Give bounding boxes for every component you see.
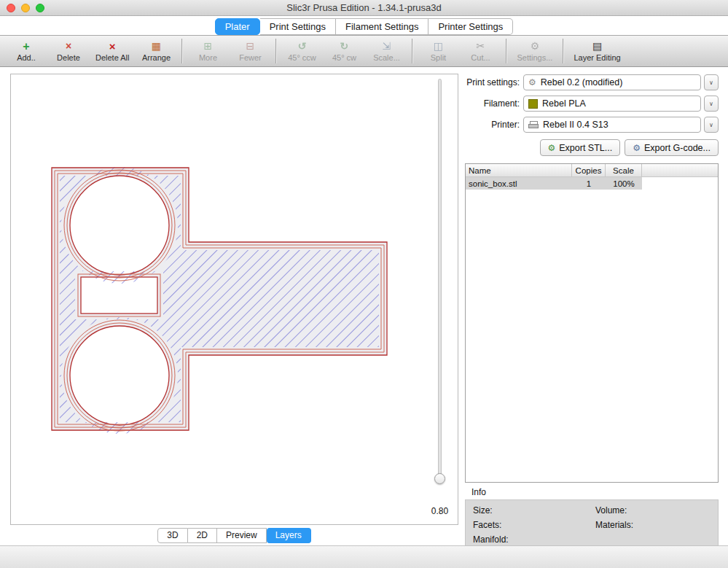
scale-icon: ⇲ — [383, 41, 391, 52]
object-list[interactable]: Name Copies Scale sonic_box.stl 1 100% — [465, 163, 719, 483]
printer-icon — [528, 121, 539, 129]
main-tab-group: Plater Print Settings Filament Settings … — [215, 18, 514, 35]
chevron-down-icon: ∨ — [709, 122, 713, 128]
export-gcode-icon: ⚙ — [633, 144, 641, 152]
tab-filament-settings[interactable]: Filament Settings — [336, 18, 428, 35]
layer-slice-preview — [11, 74, 458, 524]
app-window: Slic3r Prusa Edition - 1.34.1-prusa3d Pl… — [0, 0, 728, 568]
info-box: Size: Volume: Facets: Materials: Manifol… — [465, 499, 719, 548]
printer-row: Printer: Rebel II 0.4 S13 ∨ — [465, 117, 719, 133]
printer-value: Rebel II 0.4 S13 — [543, 120, 608, 130]
print-settings-dropdown-button[interactable]: ∨ — [704, 74, 719, 90]
print-settings-value: Rebel 0.2 (modified) — [541, 77, 623, 87]
filament-value: Rebel PLA — [542, 98, 586, 109]
layer-slider-value: 0.80 — [423, 506, 456, 516]
rotate-cw-button[interactable]: ↻ 45° cw — [324, 37, 364, 65]
view-tabs: 3D 2D Preview Layers — [10, 528, 458, 543]
fewer-copies-button[interactable]: ⊟ Fewer — [230, 37, 270, 65]
zoom-window-button[interactable] — [36, 4, 44, 12]
print-settings-select[interactable]: ⚙ Rebel 0.2 (modified) — [523, 74, 701, 90]
rotate-cw-icon: ↻ — [340, 41, 349, 52]
layer-slider[interactable] — [438, 79, 442, 478]
arrange-icon: ▦ — [152, 41, 161, 52]
chevron-down-icon: ∨ — [709, 101, 713, 107]
size-label: Size: — [473, 505, 595, 520]
object-list-header: Name Copies Scale — [466, 164, 718, 177]
traffic-lights — [7, 4, 44, 12]
cut-button[interactable]: ✂ Cut... — [460, 37, 501, 65]
titlebar: Slic3r Prusa Edition - 1.34.1-prusa3d — [0, 0, 728, 16]
info-group-title: Info — [471, 487, 719, 497]
rotate-ccw-icon: ↺ — [298, 41, 307, 52]
column-header-name: Name — [466, 164, 572, 176]
delete-all-button[interactable]: × Delete All — [90, 37, 134, 65]
tab-plater[interactable]: Plater — [215, 18, 260, 35]
export-stl-icon: ⚙ — [548, 144, 556, 152]
printer-dropdown-button[interactable]: ∨ — [704, 117, 719, 133]
window-title: Slic3r Prusa Edition - 1.34.1-prusa3d — [0, 0, 728, 15]
filament-row: Filament: Rebel PLA ∨ — [465, 96, 719, 112]
chevron-down-icon: ∨ — [709, 79, 713, 86]
print-settings-label: Print settings: — [465, 77, 520, 87]
layer-editing-button[interactable]: ▤ Layer Editing — [568, 37, 625, 65]
object-name-cell: sonic_box.stl — [466, 177, 572, 190]
view-tab-2d[interactable]: 2D — [188, 528, 217, 543]
toolbar-separator — [563, 39, 563, 63]
toolbar-separator — [275, 39, 276, 63]
view-tab-3d[interactable]: 3D — [157, 528, 187, 543]
scale-button[interactable]: ⇲ Scale... — [366, 37, 407, 65]
plater-canvas[interactable]: 0.80 — [10, 74, 458, 525]
right-panel: Print settings: ⚙ Rebel 0.2 (modified) ∨… — [465, 74, 719, 548]
facets-label: Facets: — [473, 520, 595, 534]
tab-printer-settings[interactable]: Printer Settings — [428, 18, 513, 35]
delete-icon: × — [66, 41, 71, 52]
split-icon: ◫ — [434, 41, 443, 52]
cut-icon: ✂ — [477, 41, 485, 52]
materials-label: Materials: — [595, 520, 718, 534]
settings-gear-icon: ⚙ — [531, 41, 540, 52]
filament-select[interactable]: Rebel PLA — [523, 96, 701, 112]
main-tabbar: Plater Print Settings Filament Settings … — [0, 16, 728, 35]
toolbar-separator — [181, 39, 182, 63]
tab-print-settings[interactable]: Print Settings — [260, 18, 336, 35]
split-button[interactable]: ◫ Split — [418, 37, 458, 65]
fewer-icon: ⊟ — [246, 41, 255, 52]
print-settings-row: Print settings: ⚙ Rebel 0.2 (modified) ∨ — [465, 74, 719, 90]
column-header-scale: Scale — [606, 164, 642, 176]
object-copies-cell: 1 — [572, 177, 606, 190]
delete-button[interactable]: × Delete — [48, 37, 89, 65]
layer-slider-handle[interactable] — [434, 473, 445, 484]
close-window-button[interactable] — [7, 4, 15, 12]
delete-all-icon: × — [109, 41, 116, 52]
gear-icon: ⚙ — [528, 78, 536, 87]
export-gcode-button[interactable]: ⚙ Export G-code... — [625, 139, 719, 156]
more-copies-button[interactable]: ⊞ More — [187, 37, 228, 65]
rotate-ccw-button[interactable]: ↺ 45° ccw — [281, 37, 322, 65]
view-tab-layers[interactable]: Layers — [267, 528, 311, 543]
table-row[interactable]: sonic_box.stl 1 100% — [466, 177, 718, 190]
column-header-copies: Copies — [572, 164, 606, 176]
filament-dropdown-button[interactable]: ∨ — [704, 96, 719, 112]
more-icon: ⊞ — [204, 41, 213, 52]
export-stl-button[interactable]: ⚙ Export STL... — [540, 139, 621, 156]
toolbar-separator — [412, 39, 412, 63]
filament-color-swatch — [528, 99, 538, 109]
printer-select[interactable]: Rebel II 0.4 S13 — [523, 117, 701, 133]
object-scale-cell: 100% — [606, 177, 642, 190]
add-button[interactable]: + Add.. — [6, 37, 47, 65]
plater-toolbar: + Add.. × Delete × Delete All ▦ Arrange … — [0, 35, 728, 67]
object-settings-button[interactable]: ⚙ Settings... — [512, 37, 557, 65]
add-icon: + — [23, 41, 29, 52]
status-bar — [0, 545, 728, 568]
main-content: 0.80 3D 2D Preview Layers Print settings… — [0, 67, 728, 545]
filament-label: Filament: — [465, 98, 520, 109]
export-buttons-row: ⚙ Export STL... ⚙ Export G-code... — [465, 139, 719, 156]
arrange-button[interactable]: ▦ Arrange — [136, 37, 176, 65]
printer-label: Printer: — [465, 120, 520, 130]
view-tab-preview[interactable]: Preview — [217, 528, 267, 543]
volume-label: Volume: — [595, 505, 718, 520]
layer-editing-icon: ▤ — [592, 41, 602, 52]
minimize-window-button[interactable] — [21, 4, 30, 12]
toolbar-separator — [506, 39, 506, 63]
